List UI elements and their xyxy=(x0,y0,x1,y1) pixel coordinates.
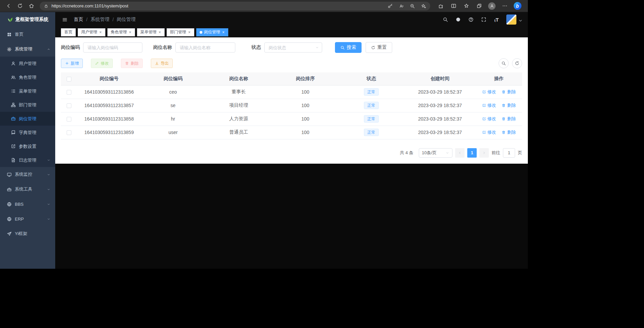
close-icon[interactable]: × xyxy=(129,30,132,34)
row-edit-link[interactable]: 修改 xyxy=(482,102,496,108)
select-all-checkbox[interactable] xyxy=(67,77,71,81)
browser-menu-button[interactable] xyxy=(498,1,511,11)
toggle-search-button[interactable] xyxy=(499,58,509,68)
reset-button[interactable]: 重置 xyxy=(366,42,392,53)
delete-button[interactable]: 删除 xyxy=(121,59,143,68)
sidebar-item-system-mgmt[interactable]: 系统管理 xyxy=(0,42,55,57)
edit-link-label: 修改 xyxy=(487,89,496,95)
status-select-input[interactable] xyxy=(264,42,322,53)
close-icon[interactable]: × xyxy=(99,30,102,34)
paper-plane-icon xyxy=(7,231,12,236)
zoom-button[interactable] xyxy=(410,3,415,9)
page-size-input[interactable] xyxy=(419,148,452,158)
row-edit-link[interactable]: 修改 xyxy=(482,116,496,122)
cell-post-id: 1641030593112313858 xyxy=(77,112,141,126)
tab-post-mgmt[interactable]: 岗位管理 × xyxy=(196,28,228,36)
prev-page-button[interactable] xyxy=(455,148,465,158)
back-button[interactable] xyxy=(3,1,14,11)
font-size-button[interactable]: tT xyxy=(492,15,501,24)
tab-menu-mgmt[interactable]: 菜单管理 × xyxy=(137,28,165,36)
status-select[interactable] xyxy=(264,42,322,53)
extensions-button[interactable] xyxy=(434,1,447,11)
post-code-input[interactable] xyxy=(83,42,142,53)
header-search-button[interactable] xyxy=(441,15,450,24)
hamburger-icon xyxy=(62,17,68,23)
export-button[interactable]: 导出 xyxy=(151,59,173,68)
post-name-input[interactable] xyxy=(175,42,235,53)
page-number-button[interactable]: 1 xyxy=(467,148,477,158)
key-icon xyxy=(387,3,393,9)
search-button[interactable]: 搜索 xyxy=(335,42,362,53)
help-button[interactable] xyxy=(467,15,475,24)
close-icon[interactable]: × xyxy=(158,30,161,34)
split-screen-button[interactable] xyxy=(447,1,460,11)
row-checkbox[interactable] xyxy=(67,90,71,95)
delete-link-label: 删除 xyxy=(507,89,516,95)
address-bar[interactable]: https://ccnetcore.com:1101/system/post xyxy=(40,2,430,10)
row-edit-link[interactable]: 修改 xyxy=(482,89,496,95)
globe-icon xyxy=(7,217,12,222)
app-logo[interactable]: 意框架管理系统 xyxy=(0,12,55,27)
delete-link-label: 删除 xyxy=(507,102,516,108)
user-avatar[interactable] xyxy=(506,14,516,25)
row-checkbox[interactable] xyxy=(67,117,71,122)
favorites-button[interactable] xyxy=(460,1,473,11)
cell-post-name: 项目经理 xyxy=(205,99,272,112)
sidebar-item-user-mgmt[interactable]: 用户管理 xyxy=(0,57,55,70)
tab-user-mgmt[interactable]: 用户管理 × xyxy=(78,28,105,36)
sidebar-item-system-tools[interactable]: 系统工具 xyxy=(0,182,55,197)
close-icon[interactable]: × xyxy=(222,30,225,34)
next-page-button[interactable] xyxy=(479,148,489,158)
row-delete-link[interactable]: 删除 xyxy=(502,89,516,95)
sidebar-item-menu-mgmt[interactable]: 菜单管理 xyxy=(0,84,55,98)
copilot-button[interactable]: b xyxy=(511,1,524,11)
row-edit-link[interactable]: 修改 xyxy=(482,129,496,135)
user-menu[interactable] xyxy=(506,14,523,25)
read-aloud-button[interactable] xyxy=(399,3,404,9)
home-button[interactable] xyxy=(26,1,37,11)
cell-post-sort: 100 xyxy=(272,126,338,139)
sidebar-item-bbs[interactable]: BBS xyxy=(0,197,55,211)
add-favorite-button[interactable] xyxy=(421,3,426,9)
row-checkbox[interactable] xyxy=(67,103,71,108)
sidebar-item-erp[interactable]: ERP xyxy=(0,211,55,226)
sidebar-item-dept-mgmt[interactable]: 部门管理 xyxy=(0,98,55,112)
edit-button[interactable]: 修改 xyxy=(91,59,113,68)
row-checkbox[interactable] xyxy=(67,130,71,135)
row-delete-link[interactable]: 删除 xyxy=(502,102,516,108)
collections-icon xyxy=(476,3,482,9)
sidebar-item-system-monitor[interactable]: 系统监控 xyxy=(0,167,55,182)
row-delete-link[interactable]: 删除 xyxy=(502,129,516,135)
tab-home[interactable]: 首页 xyxy=(61,28,76,36)
sidebar-item-post-mgmt[interactable]: 岗位管理 xyxy=(0,112,55,126)
fullscreen-button[interactable] xyxy=(479,15,488,24)
lock-icon[interactable] xyxy=(44,4,48,8)
add-button[interactable]: 新增 xyxy=(61,59,83,68)
close-icon[interactable]: × xyxy=(188,30,191,34)
page-size-select[interactable] xyxy=(419,148,452,158)
password-manager-button[interactable] xyxy=(387,3,393,9)
refresh-table-button[interactable] xyxy=(512,58,522,68)
chevron-down-icon xyxy=(47,202,50,206)
breadcrumb-item[interactable]: 系统管理 xyxy=(91,17,109,23)
sidebar-item-role-mgmt[interactable]: 角色管理 xyxy=(0,70,55,84)
goto-page-input[interactable] xyxy=(503,148,515,158)
sidebar-item-log-mgmt[interactable]: 日志管理 xyxy=(0,153,55,167)
github-button[interactable] xyxy=(454,15,463,24)
sidebar-item-param-settings[interactable]: 参数设置 xyxy=(0,139,55,153)
caret-down-icon xyxy=(518,18,523,23)
tab-role-mgmt[interactable]: 角色管理 × xyxy=(107,28,135,36)
breadcrumb-item[interactable]: 首页 xyxy=(74,17,83,23)
collections-button[interactable] xyxy=(473,1,485,11)
sidebar-item-home[interactable]: 首页 xyxy=(0,27,55,42)
breadcrumb: 首页 / 系统管理 / 岗位管理 xyxy=(74,17,136,23)
sidebar-item-dict-mgmt[interactable]: 字典管理 xyxy=(0,126,55,139)
refresh-button[interactable] xyxy=(14,1,26,11)
sidebar-toggle[interactable] xyxy=(60,15,69,24)
row-delete-link[interactable]: 删除 xyxy=(502,116,516,122)
profile-button[interactable] xyxy=(485,1,498,11)
cell-post-name: 人力资源 xyxy=(205,112,272,126)
sidebar-item-yi-framework[interactable]: Yi框架 xyxy=(0,226,55,241)
tab-dept-mgmt[interactable]: 部门管理 × xyxy=(167,28,194,36)
read-aloud-icon xyxy=(399,3,404,9)
